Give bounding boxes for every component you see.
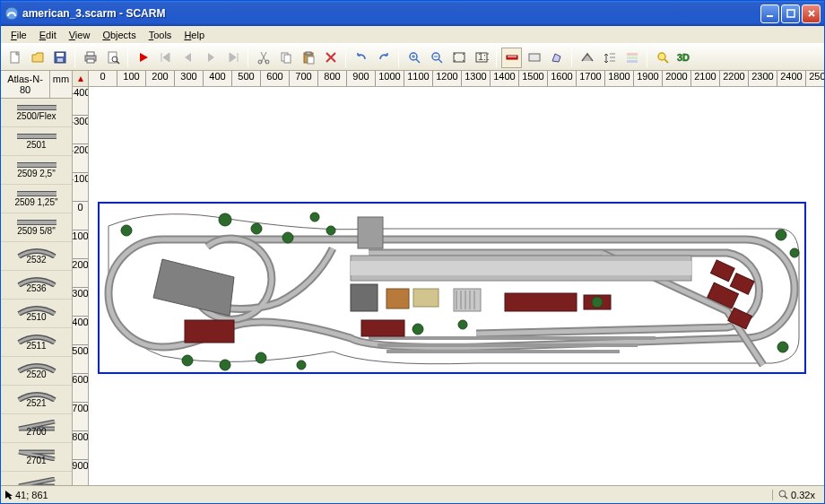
next-icon	[204, 50, 218, 65]
ruler-origin[interactable]	[73, 71, 89, 87]
maximize-button[interactable]	[781, 4, 800, 23]
3d-view-button[interactable]: 3D	[674, 48, 695, 68]
ruler-vertical[interactable]: -400-300-200-100010020030040050060070080…	[73, 87, 89, 485]
svg-rect-6	[57, 58, 63, 62]
ruler-tick: 700	[73, 403, 88, 431]
zoom-actual-button[interactable]: 1:1	[471, 48, 491, 68]
rect-tool-icon	[527, 50, 542, 65]
status-zoom[interactable]: 0.32x	[772, 490, 821, 500]
svg-rect-8	[87, 52, 94, 56]
ruler-tick: 1100	[404, 71, 433, 86]
prev-button[interactable]	[178, 48, 198, 68]
menu-file[interactable]: File	[4, 28, 33, 42]
heights-button[interactable]	[599, 48, 620, 68]
first-button[interactable]	[155, 48, 176, 68]
print-button[interactable]	[80, 48, 100, 68]
track-item[interactable]: 2509 2,5"	[1, 156, 72, 185]
save-button[interactable]	[49, 48, 70, 68]
svg-point-66	[121, 225, 132, 236]
undo-button[interactable]	[351, 48, 371, 68]
3d-icon: 3D	[676, 50, 694, 65]
svg-line-33	[664, 59, 668, 63]
simulate-run-button[interactable]	[133, 48, 153, 68]
print-preview-button[interactable]	[102, 48, 123, 68]
track-item[interactable]: 2532	[1, 242, 72, 271]
zoom-out-button[interactable]	[426, 48, 447, 68]
ruler-tick: 1400	[491, 71, 519, 86]
zoom-fit-button[interactable]	[448, 48, 469, 68]
ruler-tick: 500	[73, 345, 88, 374]
track-item[interactable]: 2536	[1, 271, 72, 300]
ruler-tick: 0	[89, 71, 117, 86]
prev-icon	[181, 50, 195, 65]
track-item[interactable]: 2700	[1, 414, 72, 443]
layers-button[interactable]	[621, 48, 642, 68]
track-item[interactable]: 2701	[1, 443, 72, 472]
menu-view[interactable]: View	[63, 28, 97, 42]
measure-button[interactable]	[501, 48, 522, 68]
delete-button[interactable]	[320, 48, 341, 68]
layout-baseboard[interactable]	[98, 202, 806, 374]
ruler-tick: 400	[204, 71, 232, 86]
svg-rect-44	[17, 221, 56, 224]
minimize-button[interactable]	[760, 4, 779, 23]
svg-rect-9	[87, 59, 94, 63]
svg-rect-1	[767, 15, 773, 17]
track-item[interactable]: 2509 1,25"	[1, 185, 72, 213]
figure-tool-button[interactable]	[546, 48, 567, 68]
next-button[interactable]	[200, 48, 221, 68]
track-item[interactable]: 2501	[1, 127, 72, 156]
first-icon	[159, 50, 173, 65]
library-selector[interactable]: Atlas-N-80	[1, 71, 50, 98]
svg-point-82	[779, 491, 786, 497]
status-coordinates: 41; 861	[13, 490, 772, 500]
title-bar[interactable]: american_3.scarm - SCARM	[1, 1, 824, 26]
last-button[interactable]	[222, 48, 243, 68]
svg-point-76	[220, 360, 230, 370]
track-view-button[interactable]	[577, 48, 597, 68]
open-button[interactable]	[27, 48, 48, 68]
track-item[interactable]: 2702	[1, 472, 72, 485]
track-shape-icon	[17, 248, 56, 253]
svg-rect-36	[17, 106, 56, 109]
origin-icon	[76, 74, 85, 83]
drawing-canvas[interactable]	[89, 87, 824, 485]
close-button[interactable]	[802, 4, 821, 23]
track-item[interactable]: 2510	[1, 300, 72, 328]
unit-selector[interactable]: mm	[50, 71, 72, 98]
redo-button[interactable]	[373, 48, 394, 68]
track-id-label: 2701	[26, 456, 46, 465]
svg-rect-49	[358, 217, 383, 248]
open-icon	[30, 50, 45, 65]
track-item[interactable]: 2521	[1, 386, 72, 414]
svg-rect-42	[17, 192, 56, 196]
actual-size-icon: 1:1	[474, 50, 489, 65]
copy-button[interactable]	[275, 48, 296, 68]
print-icon	[83, 50, 98, 65]
menu-tools[interactable]: Tools	[143, 28, 178, 42]
menu-objects[interactable]: Objects	[96, 28, 142, 42]
zoom-in-button[interactable]	[404, 48, 424, 68]
track-item[interactable]: 2520	[1, 357, 72, 386]
svg-rect-50	[351, 284, 378, 311]
cut-button[interactable]	[253, 48, 274, 68]
canvas-area: 0100200300400500600700800900100011001200…	[73, 71, 824, 485]
track-item[interactable]: 2500/Flex	[1, 99, 72, 127]
menu-edit[interactable]: Edit	[33, 28, 63, 42]
svg-line-21	[416, 59, 420, 63]
ruler-tick: 0	[73, 202, 88, 230]
track-id-label: 2511	[26, 341, 46, 351]
menu-help[interactable]: Help	[178, 28, 211, 42]
find-button[interactable]	[652, 48, 673, 68]
paste-button[interactable]	[298, 48, 318, 68]
menu-bar: File Edit View Objects Tools Help	[1, 26, 824, 44]
track-id-label: 2520	[26, 369, 46, 379]
new-button[interactable]	[4, 48, 25, 68]
track-item[interactable]: 2511	[1, 328, 72, 357]
ruler-tick: 1200	[433, 71, 462, 86]
track-item[interactable]: 2509 5/8"	[1, 213, 72, 242]
ruler-horizontal[interactable]: 0100200300400500600700800900100011001200…	[89, 71, 824, 87]
rect-tool-button[interactable]	[524, 48, 544, 68]
track-list[interactable]: 2500/Flex25012509 2,5"2509 1,25"2509 5/8…	[1, 99, 72, 485]
track-shape-icon	[17, 448, 56, 454]
